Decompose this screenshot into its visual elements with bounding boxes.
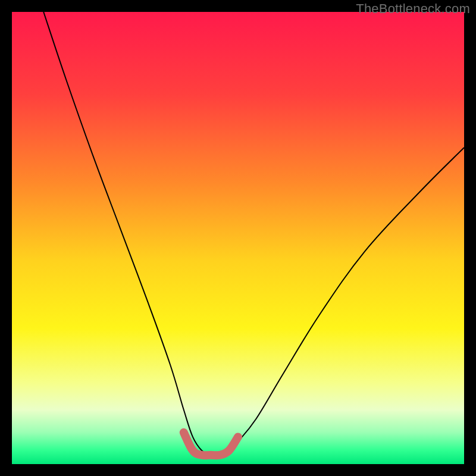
plot-area [12,12,464,464]
watermark-text: TheBottleneck.com [356,1,470,17]
bottleneck-curve [43,12,464,456]
chart-frame: TheBottleneck.com [0,0,476,476]
curve-layer [12,12,464,464]
